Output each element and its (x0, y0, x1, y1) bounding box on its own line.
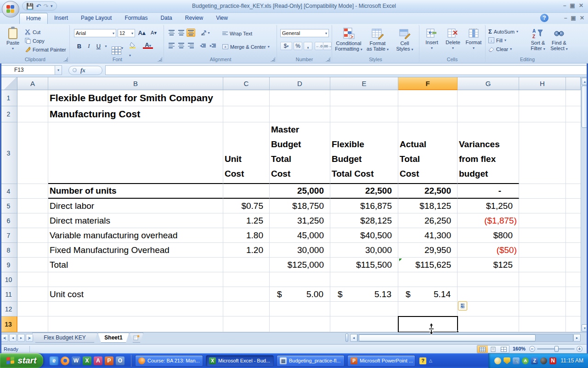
cell-E9[interactable]: $115,500 (330, 258, 398, 272)
cell-B6[interactable]: Direct materials (48, 213, 223, 228)
cell-B12[interactable] (48, 302, 223, 316)
font-color-icon[interactable]: A▾ (143, 41, 153, 49)
horizontal-scrollbar[interactable]: ◂ ▸ (345, 333, 581, 342)
cell-C4[interactable] (223, 184, 270, 199)
cell-B13[interactable] (48, 316, 223, 332)
close-icon[interactable]: ✕ (579, 2, 583, 9)
cell-G5[interactable]: $1,250 (458, 199, 519, 213)
cell-H7[interactable] (519, 228, 566, 243)
conditional-formatting-button[interactable]: Conditional Formatting ▾ (334, 26, 363, 52)
cell-E6[interactable]: $28,125 (330, 213, 398, 228)
bottom-align-icon[interactable] (187, 29, 195, 37)
cell-G4[interactable]: - (458, 184, 519, 199)
row-header-8[interactable]: 8 (0, 243, 17, 258)
row-header-6[interactable]: 6 (0, 213, 17, 228)
cell-E5[interactable]: $16,875 (330, 199, 398, 213)
number-format-select[interactable]: General▾ (280, 29, 329, 37)
cell-C6[interactable]: 1.25 (223, 213, 270, 228)
cell-A7[interactable] (17, 228, 48, 243)
qat-customize-icon[interactable]: ▾ (51, 4, 53, 8)
tab-formulas[interactable]: Formulas (118, 13, 154, 24)
font-family-select[interactable]: Arial▾ (74, 29, 116, 37)
tab-page-layout[interactable]: Page Layout (74, 13, 118, 24)
column-header-H[interactable]: H (519, 77, 566, 90)
tools-tray-icon[interactable]: 🔧 (513, 357, 520, 364)
tab-review[interactable]: Review (179, 13, 209, 24)
middle-align-icon[interactable] (177, 29, 186, 37)
cell-C7[interactable]: 1.80 (223, 228, 270, 243)
normal-view-icon[interactable] (477, 345, 488, 353)
zoom-in-icon[interactable]: + (577, 346, 582, 352)
cell-G7[interactable]: $800 (458, 228, 519, 243)
align-left-icon[interactable] (167, 41, 176, 50)
cell-F2[interactable] (398, 106, 458, 122)
cell-B2[interactable]: Manufacturing Cost (48, 106, 223, 122)
cell-D12[interactable] (270, 302, 330, 316)
row-header-1[interactable]: 1 (0, 90, 17, 106)
cell-A11[interactable] (17, 287, 48, 302)
cell-B7[interactable]: Variable manufacturing overhead (48, 228, 223, 243)
cell-G13[interactable] (458, 316, 519, 332)
row-header-3[interactable]: 3 (0, 122, 17, 184)
messenger-tray-icon[interactable] (494, 357, 501, 364)
minimize-icon[interactable]: – (563, 2, 566, 9)
cell-A2[interactable] (17, 106, 48, 122)
cell-H5[interactable] (519, 199, 566, 213)
task-budgeting-doc[interactable]: ▤ Budgeting_practice-fl... (277, 355, 345, 367)
sheet-tab-sheet1[interactable]: Sheet1 (98, 333, 129, 343)
internet-explorer-icon[interactable]: e (50, 356, 58, 365)
cell-B9[interactable]: Total (48, 258, 223, 272)
cell-C1[interactable] (223, 90, 270, 106)
cell-H6[interactable] (519, 213, 566, 228)
font-size-select[interactable]: 12▾ (118, 29, 135, 37)
cell-B3[interactable] (48, 122, 223, 184)
cell-F8[interactable]: 29,950 (398, 243, 458, 258)
row-header-4[interactable]: 4 (0, 184, 17, 199)
column-header-A[interactable]: A (17, 77, 48, 90)
row-header-12[interactable]: 12 (0, 302, 17, 316)
scroll-right-icon[interactable]: ▸ (573, 334, 581, 342)
tab-insert[interactable]: Insert (48, 13, 74, 24)
cell-B5[interactable]: Direct labor (48, 199, 223, 213)
cell-F3[interactable]: Actual Total Cost (398, 122, 458, 184)
cell-A5[interactable] (17, 199, 48, 213)
select-all-corner[interactable] (0, 77, 17, 90)
cell-A8[interactable] (17, 243, 48, 258)
norton-tray-icon[interactable]: N (549, 357, 556, 364)
percent-style-icon[interactable]: % (294, 42, 302, 50)
excel-icon[interactable]: X (83, 356, 91, 365)
outlook-icon[interactable]: O (116, 356, 124, 365)
antivirus-tray-icon[interactable]: A (522, 357, 529, 364)
cell-G11[interactable] (458, 287, 519, 302)
cell-E12[interactable] (330, 302, 398, 316)
fill-button[interactable]: ↓ Fill▾ (488, 36, 506, 45)
cell-H10[interactable] (519, 272, 566, 287)
tab-view[interactable]: View (209, 13, 234, 24)
zoom-level[interactable]: 160% (513, 346, 526, 351)
cell-G9[interactable]: $125 (458, 258, 519, 272)
cell-H9[interactable] (519, 258, 566, 272)
row-header-11[interactable]: 11 (0, 287, 17, 302)
cell-C10[interactable] (223, 272, 270, 287)
cell-styles-button[interactable]: Cell Styles ▾ (392, 26, 418, 52)
page-layout-view-icon[interactable] (488, 345, 498, 353)
name-box[interactable]: F13 (1, 65, 55, 75)
horizontal-scroll-track[interactable] (357, 334, 573, 342)
zoom-track[interactable] (537, 348, 575, 350)
page-break-view-icon[interactable] (498, 345, 509, 353)
cell-D9[interactable]: $125,000 (270, 258, 330, 272)
redo-icon[interactable]: ↷ (43, 3, 48, 9)
cell-H2[interactable] (519, 106, 566, 122)
cell-B8[interactable]: Fixed Manufacturing Overhead (48, 243, 223, 258)
cell-A6[interactable] (17, 213, 48, 228)
column-header-G[interactable]: G (458, 77, 519, 90)
cell-D5[interactable]: $18,750 (270, 199, 330, 213)
cell-C11[interactable] (223, 287, 270, 302)
pen-tray-icon[interactable] (540, 357, 547, 364)
cell-F7[interactable]: 41,300 (398, 228, 458, 243)
row-header-10[interactable]: 10 (0, 272, 17, 287)
cell-A3[interactable] (17, 122, 48, 184)
increase-indent-icon[interactable]: ▸ (209, 41, 217, 50)
column-header-C[interactable]: C (223, 77, 270, 90)
format-as-table-button[interactable]: Format as Table ▾ (364, 26, 391, 52)
